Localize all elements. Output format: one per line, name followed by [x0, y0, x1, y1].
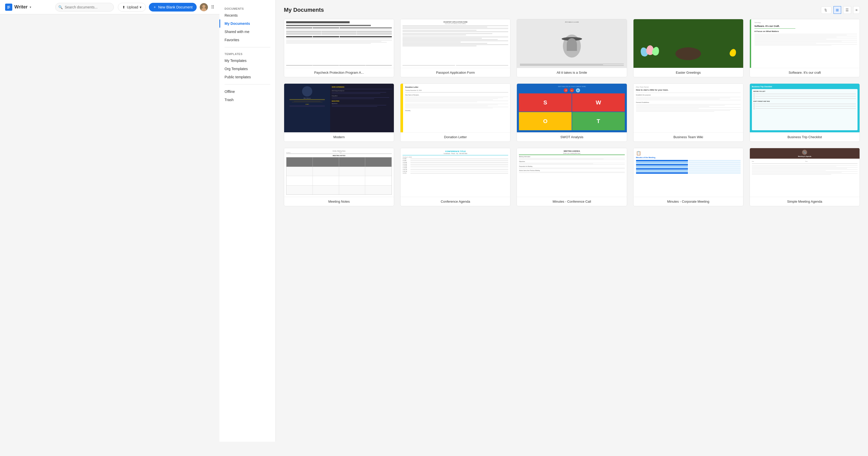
doc-label-modern: Modern [284, 132, 394, 142]
sidebar-divider-2 [224, 84, 270, 85]
sidebar-item-public-templates[interactable]: Public templates [219, 73, 275, 81]
my-templates-label: My Templates [224, 59, 247, 63]
sort-button[interactable]: ⇅ [821, 6, 831, 14]
apps-icon[interactable]: ⠿ [211, 4, 214, 10]
doc-card-paycheck[interactable]: Paycheck Protection Program A... [284, 19, 394, 77]
doc-card-smile[interactable]: All it takes is a smile All it t [517, 19, 627, 77]
search-icon: 🔍 [58, 5, 63, 9]
search-input[interactable] [55, 3, 114, 11]
doc-card-meeting-notes[interactable]: Activity: Meeting Notes Facilitator Topi… [284, 148, 394, 206]
doc-thumbnail-meeting-notes: Activity: Meeting Notes Facilitator Topi… [284, 148, 394, 197]
documents-section-label: Documents [219, 5, 275, 11]
doc-label-paycheck: Paycheck Protection Program A... [284, 68, 394, 77]
doc-card-easter[interactable]: Easter Greetings [633, 19, 743, 77]
page-title: My Documents [284, 7, 324, 13]
plus-icon: ＋ [153, 5, 156, 9]
upload-button[interactable]: ⬆ Upload ▾ [118, 3, 146, 11]
doc-card-trip[interactable]: Business Trip Checklist BEFORE YOU LEFT … [750, 84, 860, 142]
doc-thumbnail-modern: Arthur Newman CONTACT WORK EXPERIENCE [284, 84, 394, 132]
doc-label-easter: Easter Greetings [633, 68, 743, 77]
logo-icon [5, 4, 12, 11]
sidebar-item-my-templates[interactable]: My Templates [219, 57, 275, 65]
sidebar-item-favorites[interactable]: Favorites [219, 36, 275, 44]
svg-point-2 [202, 5, 205, 8]
doc-thumbnail-software: Technology Software. It's our Craft. A F… [750, 19, 860, 68]
doc-card-simple-meeting[interactable]: 📎 Meeting & Agenda Date Place [750, 148, 860, 206]
sidebar-item-trash[interactable]: Trash [219, 96, 275, 104]
content-header: My Documents ⇅ ⊞ ☰ ≡ [284, 6, 860, 14]
doc-label-conference-agenda: Conference Agenda [401, 197, 510, 206]
doc-thumbnail-smile: All it takes is a smile [517, 19, 627, 68]
recents-label: Recents [224, 13, 238, 18]
new-document-label: New Blank Document [158, 5, 193, 9]
doc-thumbnail-donation: Donation Letter Tuesday November 12, 201… [401, 84, 510, 132]
trash-label: Trash [224, 98, 234, 102]
svg-rect-0 [6, 5, 11, 9]
doc-label-swot: SWOT Analysis [517, 132, 627, 142]
upload-label: Upload [127, 5, 138, 9]
doc-label-minutes-conference: Minutes - Conference Call [517, 197, 627, 206]
new-document-button[interactable]: ＋ New Blank Document [149, 3, 197, 11]
app-name-chevron-icon[interactable]: ▾ [30, 5, 31, 9]
doc-thumbnail-paycheck [284, 19, 394, 68]
doc-card-wiki[interactable]: [Your Team Name] How to start a Wiki for… [633, 84, 743, 142]
app-name: Writer [14, 4, 28, 10]
doc-label-donation: Donation Letter [401, 132, 510, 142]
doc-label-wiki: Business Team Wiki [633, 132, 743, 142]
doc-thumbnail-simple-meeting: 📎 Meeting & Agenda Date Place [750, 148, 860, 197]
doc-card-software[interactable]: Technology Software. It's our Craft. A F… [750, 19, 860, 77]
sort-icon: ⇅ [824, 8, 827, 12]
doc-label-meeting-notes: Meeting Notes [284, 197, 394, 206]
doc-label-trip: Business Trip Checklist [750, 132, 860, 142]
doc-thumbnail-easter [633, 19, 743, 68]
templates-section-label: Templates [219, 51, 275, 57]
sidebar-item-shared[interactable]: Shared with me [219, 28, 275, 36]
main-content: My Documents ⇅ ⊞ ☰ ≡ [276, 0, 868, 442]
sidebar-item-my-documents[interactable]: My Documents [219, 20, 275, 28]
doc-card-minutes-conference[interactable]: MEETING AGENDA [Enter your meeting title… [517, 148, 627, 206]
doc-card-donation[interactable]: Donation Letter Tuesday November 12, 201… [400, 84, 510, 142]
list-view-button[interactable]: ☰ [843, 6, 851, 14]
topbar-right: ⬆ Upload ▾ ＋ New Blank Document ⠿ [118, 3, 214, 11]
doc-label-software: Software. It's our craft [750, 68, 860, 77]
doc-thumbnail-conference-agenda: CONFERENCE TITLE Coordinator Phone Fax 0… [401, 148, 510, 197]
search-bar: 🔍 [55, 3, 114, 11]
doc-thumbnail-minutes-corporate: 📋 Minutes of the Meeting [633, 148, 743, 197]
doc-label-passport: Passport Application Form [401, 68, 510, 77]
sidebar-item-org-templates[interactable]: Org Templates [219, 65, 275, 73]
sidebar: Documents Recents My Documents Shared wi… [219, 0, 276, 442]
doc-thumbnail-passport: PASSPORT APPLICATION FORM Government of … [401, 19, 510, 68]
doc-label-minutes-corporate: Minutes - Corporate Meeting [633, 197, 743, 206]
grid-view-button[interactable]: ⊞ [834, 6, 841, 14]
doc-label-smile: All it takes is a Smile [517, 68, 627, 77]
upload-chevron-icon: ▾ [140, 5, 142, 9]
org-templates-label: Org Templates [224, 67, 248, 71]
doc-label-simple-meeting: Simple Meeting Agenda [750, 197, 860, 206]
shared-label: Shared with me [224, 30, 249, 34]
offline-label: Offline [224, 90, 235, 94]
topbar: Writer ▾ 🔍 ⬆ Upload ▾ ＋ New Blank Docume… [0, 0, 219, 14]
avatar[interactable] [200, 3, 208, 11]
doc-card-modern[interactable]: Arthur Newman CONTACT WORK EXPERIENCE [284, 84, 394, 142]
sidebar-item-recents[interactable]: Recents [219, 11, 275, 20]
logo-area: Writer ▾ [5, 4, 51, 11]
content-area: My Documents ⇅ ⊞ ☰ ≡ [276, 0, 868, 442]
favorites-label: Favorites [224, 38, 239, 42]
doc-thumbnail-wiki: [Your Team Name] How to start a Wiki for… [633, 84, 743, 132]
view-controls: ⇅ ⊞ ☰ ≡ [821, 6, 860, 14]
my-documents-label: My Documents [224, 22, 250, 26]
doc-thumbnail-swot: SWOT ANALYSIS OF [YOUR COMPANY NAME] 🤺 🤼… [517, 84, 627, 132]
document-grid: Paycheck Protection Program A... PASSPOR… [284, 19, 860, 206]
doc-thumbnail-trip: Business Trip Checklist BEFORE YOU LEFT … [750, 84, 860, 132]
doc-card-minutes-corporate[interactable]: 📋 Minutes of the Meeting [633, 148, 743, 206]
doc-card-swot[interactable]: SWOT ANALYSIS OF [YOUR COMPANY NAME] 🤺 🤼… [517, 84, 627, 142]
sidebar-item-offline[interactable]: Offline [219, 88, 275, 96]
compact-view-button[interactable]: ≡ [853, 6, 860, 14]
public-templates-label: Public templates [224, 75, 251, 79]
doc-card-passport[interactable]: PASSPORT APPLICATION FORM Government of … [400, 19, 510, 77]
upload-icon: ⬆ [122, 5, 125, 9]
doc-card-conference-agenda[interactable]: CONFERENCE TITLE Coordinator Phone Fax 0… [400, 148, 510, 206]
doc-thumbnail-minutes-conference: MEETING AGENDA [Enter your meeting title… [517, 148, 627, 197]
